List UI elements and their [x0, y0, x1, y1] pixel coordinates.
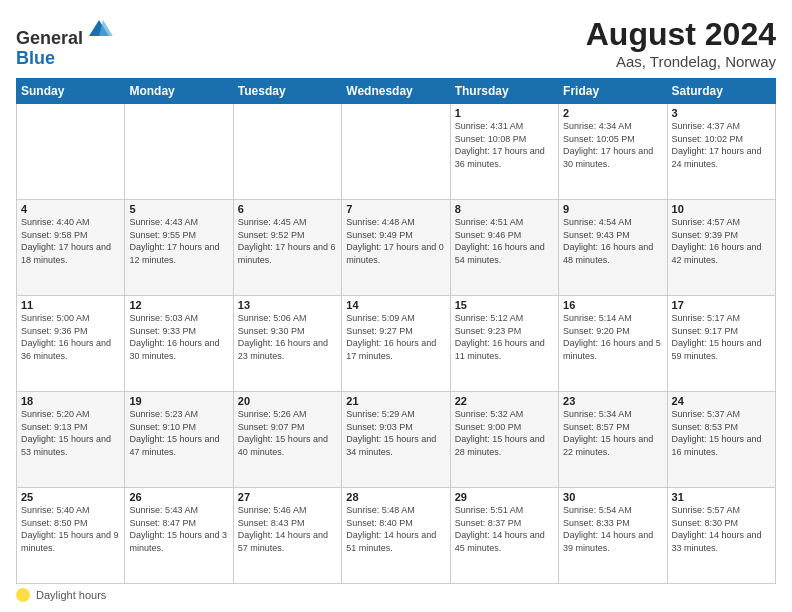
table-cell: 3Sunrise: 4:37 AM Sunset: 10:02 PM Dayli…	[667, 104, 775, 200]
day-number: 30	[563, 491, 662, 503]
day-number: 26	[129, 491, 228, 503]
day-number: 8	[455, 203, 554, 215]
day-number: 25	[21, 491, 120, 503]
sun-icon	[16, 588, 30, 602]
table-cell: 18Sunrise: 5:20 AM Sunset: 9:13 PM Dayli…	[17, 392, 125, 488]
table-cell: 5Sunrise: 4:43 AM Sunset: 9:55 PM Daylig…	[125, 200, 233, 296]
day-number: 2	[563, 107, 662, 119]
logo: General Blue	[16, 16, 113, 69]
table-cell: 13Sunrise: 5:06 AM Sunset: 9:30 PM Dayli…	[233, 296, 341, 392]
day-number: 5	[129, 203, 228, 215]
table-cell: 15Sunrise: 5:12 AM Sunset: 9:23 PM Dayli…	[450, 296, 558, 392]
page-subtitle: Aas, Trondelag, Norway	[586, 53, 776, 70]
table-cell: 23Sunrise: 5:34 AM Sunset: 8:57 PM Dayli…	[559, 392, 667, 488]
cell-content: Sunrise: 5:03 AM Sunset: 9:33 PM Dayligh…	[129, 312, 228, 362]
table-cell: 11Sunrise: 5:00 AM Sunset: 9:36 PM Dayli…	[17, 296, 125, 392]
table-cell: 17Sunrise: 5:17 AM Sunset: 9:17 PM Dayli…	[667, 296, 775, 392]
day-number: 3	[672, 107, 771, 119]
table-cell	[125, 104, 233, 200]
table-cell: 8Sunrise: 4:51 AM Sunset: 9:46 PM Daylig…	[450, 200, 558, 296]
day-number: 11	[21, 299, 120, 311]
table-cell: 28Sunrise: 5:48 AM Sunset: 8:40 PM Dayli…	[342, 488, 450, 584]
day-number: 15	[455, 299, 554, 311]
table-cell: 16Sunrise: 5:14 AM Sunset: 9:20 PM Dayli…	[559, 296, 667, 392]
cell-content: Sunrise: 5:26 AM Sunset: 9:07 PM Dayligh…	[238, 408, 337, 458]
calendar-week-3: 11Sunrise: 5:00 AM Sunset: 9:36 PM Dayli…	[17, 296, 776, 392]
page: General Blue August 2024 Aas, Trondelag,…	[0, 0, 792, 612]
table-cell: 19Sunrise: 5:23 AM Sunset: 9:10 PM Dayli…	[125, 392, 233, 488]
table-cell: 24Sunrise: 5:37 AM Sunset: 8:53 PM Dayli…	[667, 392, 775, 488]
cell-content: Sunrise: 4:37 AM Sunset: 10:02 PM Daylig…	[672, 120, 771, 170]
day-number: 16	[563, 299, 662, 311]
day-number: 14	[346, 299, 445, 311]
footer-label: Daylight hours	[36, 589, 106, 601]
calendar-week-2: 4Sunrise: 4:40 AM Sunset: 9:58 PM Daylig…	[17, 200, 776, 296]
day-number: 20	[238, 395, 337, 407]
cell-content: Sunrise: 5:32 AM Sunset: 9:00 PM Dayligh…	[455, 408, 554, 458]
day-number: 28	[346, 491, 445, 503]
header: General Blue August 2024 Aas, Trondelag,…	[16, 16, 776, 70]
day-number: 18	[21, 395, 120, 407]
cell-content: Sunrise: 5:23 AM Sunset: 9:10 PM Dayligh…	[129, 408, 228, 458]
day-number: 23	[563, 395, 662, 407]
page-title: August 2024	[586, 16, 776, 53]
cell-content: Sunrise: 5:20 AM Sunset: 9:13 PM Dayligh…	[21, 408, 120, 458]
header-monday: Monday	[125, 79, 233, 104]
header-friday: Friday	[559, 79, 667, 104]
title-block: August 2024 Aas, Trondelag, Norway	[586, 16, 776, 70]
cell-content: Sunrise: 5:46 AM Sunset: 8:43 PM Dayligh…	[238, 504, 337, 554]
cell-content: Sunrise: 5:06 AM Sunset: 9:30 PM Dayligh…	[238, 312, 337, 362]
table-cell: 26Sunrise: 5:43 AM Sunset: 8:47 PM Dayli…	[125, 488, 233, 584]
table-cell: 4Sunrise: 4:40 AM Sunset: 9:58 PM Daylig…	[17, 200, 125, 296]
cell-content: Sunrise: 5:12 AM Sunset: 9:23 PM Dayligh…	[455, 312, 554, 362]
cell-content: Sunrise: 4:45 AM Sunset: 9:52 PM Dayligh…	[238, 216, 337, 266]
table-cell: 1Sunrise: 4:31 AM Sunset: 10:08 PM Dayli…	[450, 104, 558, 200]
calendar-header-row: Sunday Monday Tuesday Wednesday Thursday…	[17, 79, 776, 104]
cell-content: Sunrise: 4:57 AM Sunset: 9:39 PM Dayligh…	[672, 216, 771, 266]
day-number: 31	[672, 491, 771, 503]
calendar-table: Sunday Monday Tuesday Wednesday Thursday…	[16, 78, 776, 584]
cell-content: Sunrise: 5:09 AM Sunset: 9:27 PM Dayligh…	[346, 312, 445, 362]
cell-content: Sunrise: 4:43 AM Sunset: 9:55 PM Dayligh…	[129, 216, 228, 266]
table-cell: 29Sunrise: 5:51 AM Sunset: 8:37 PM Dayli…	[450, 488, 558, 584]
cell-content: Sunrise: 5:48 AM Sunset: 8:40 PM Dayligh…	[346, 504, 445, 554]
day-number: 9	[563, 203, 662, 215]
cell-content: Sunrise: 5:51 AM Sunset: 8:37 PM Dayligh…	[455, 504, 554, 554]
cell-content: Sunrise: 4:40 AM Sunset: 9:58 PM Dayligh…	[21, 216, 120, 266]
cell-content: Sunrise: 4:48 AM Sunset: 9:49 PM Dayligh…	[346, 216, 445, 266]
cell-content: Sunrise: 5:40 AM Sunset: 8:50 PM Dayligh…	[21, 504, 120, 554]
cell-content: Sunrise: 4:31 AM Sunset: 10:08 PM Daylig…	[455, 120, 554, 170]
cell-content: Sunrise: 5:54 AM Sunset: 8:33 PM Dayligh…	[563, 504, 662, 554]
table-cell: 6Sunrise: 4:45 AM Sunset: 9:52 PM Daylig…	[233, 200, 341, 296]
day-number: 6	[238, 203, 337, 215]
logo-general: General	[16, 28, 83, 48]
table-cell: 20Sunrise: 5:26 AM Sunset: 9:07 PM Dayli…	[233, 392, 341, 488]
footer: Daylight hours	[16, 588, 776, 602]
table-cell: 21Sunrise: 5:29 AM Sunset: 9:03 PM Dayli…	[342, 392, 450, 488]
table-cell	[233, 104, 341, 200]
header-tuesday: Tuesday	[233, 79, 341, 104]
cell-content: Sunrise: 5:00 AM Sunset: 9:36 PM Dayligh…	[21, 312, 120, 362]
table-cell: 30Sunrise: 5:54 AM Sunset: 8:33 PM Dayli…	[559, 488, 667, 584]
day-number: 27	[238, 491, 337, 503]
table-cell	[17, 104, 125, 200]
header-wednesday: Wednesday	[342, 79, 450, 104]
day-number: 7	[346, 203, 445, 215]
day-number: 1	[455, 107, 554, 119]
logo-icon	[85, 16, 113, 44]
calendar-week-1: 1Sunrise: 4:31 AM Sunset: 10:08 PM Dayli…	[17, 104, 776, 200]
day-number: 17	[672, 299, 771, 311]
table-cell	[342, 104, 450, 200]
table-cell: 10Sunrise: 4:57 AM Sunset: 9:39 PM Dayli…	[667, 200, 775, 296]
calendar-week-4: 18Sunrise: 5:20 AM Sunset: 9:13 PM Dayli…	[17, 392, 776, 488]
cell-content: Sunrise: 5:43 AM Sunset: 8:47 PM Dayligh…	[129, 504, 228, 554]
table-cell: 9Sunrise: 4:54 AM Sunset: 9:43 PM Daylig…	[559, 200, 667, 296]
cell-content: Sunrise: 4:51 AM Sunset: 9:46 PM Dayligh…	[455, 216, 554, 266]
table-cell: 14Sunrise: 5:09 AM Sunset: 9:27 PM Dayli…	[342, 296, 450, 392]
cell-content: Sunrise: 4:54 AM Sunset: 9:43 PM Dayligh…	[563, 216, 662, 266]
logo-blue: Blue	[16, 48, 55, 68]
table-cell: 12Sunrise: 5:03 AM Sunset: 9:33 PM Dayli…	[125, 296, 233, 392]
table-cell: 25Sunrise: 5:40 AM Sunset: 8:50 PM Dayli…	[17, 488, 125, 584]
cell-content: Sunrise: 5:34 AM Sunset: 8:57 PM Dayligh…	[563, 408, 662, 458]
day-number: 4	[21, 203, 120, 215]
